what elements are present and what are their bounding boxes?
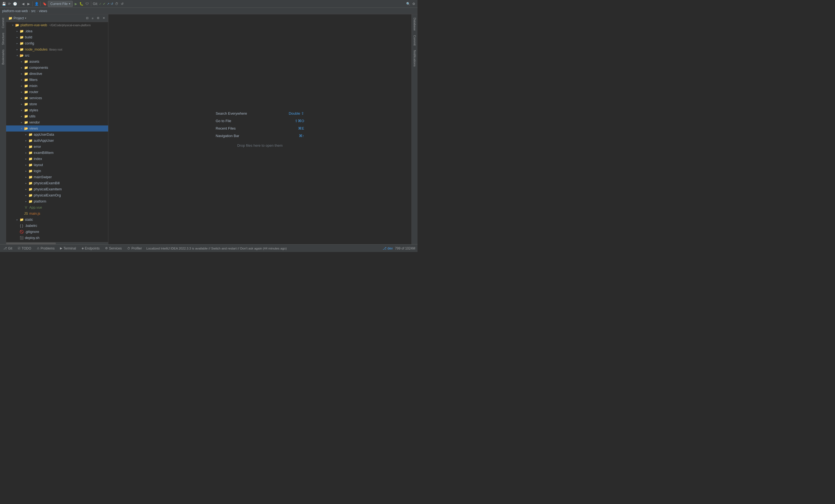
login-folder-icon: 📁 (28, 169, 33, 173)
left-tab-bookmarks[interactable]: Bookmarks (1, 47, 5, 67)
mainSwiper-folder-icon: 📁 (28, 175, 33, 179)
tree-static[interactable]: ▸ 📁 static (6, 217, 108, 223)
breadcrumb-src[interactable]: src (31, 9, 36, 13)
right-tab-commit[interactable]: Commit (412, 33, 417, 48)
icon-clock[interactable]: 🕐 (13, 2, 17, 6)
tree-login[interactable]: ▸ 📁 login (6, 168, 108, 174)
icon-history[interactable]: ⏱ (115, 2, 119, 6)
collapse-all-btn[interactable]: ⊟ (85, 16, 89, 20)
tree-physicalExamItem[interactable]: ▸ 📁 physicalExamItem (6, 186, 108, 192)
close-btn[interactable]: ✕ (101, 16, 106, 20)
tree-error[interactable]: ▸ 📁 error (6, 144, 108, 150)
status-tab-endpoints[interactable]: ◈ Endpoints (80, 246, 101, 251)
panel-header: 📁 Project ▾ ⊟ ≡ ⚙ ✕ (6, 14, 108, 22)
tree-services[interactable]: ▸ 📁 services (6, 95, 108, 101)
branch-label[interactable]: ⎇ dev (383, 247, 393, 250)
right-tab-notifications[interactable]: Notifications (412, 48, 417, 69)
assets-label: assets (29, 60, 39, 64)
tree-appUserData[interactable]: ▸ 📁 appUserData (6, 131, 108, 138)
tree-index[interactable]: ▸ 📁 index (6, 156, 108, 162)
search-everywhere-shortcut-text: Double ⇧ (289, 111, 304, 115)
shortcut-go-to-file: Go to File ⇧⌘O (216, 119, 304, 123)
icon-sync[interactable]: ⟳ (7, 2, 12, 6)
tree-platform[interactable]: ▸ 📁 platform (6, 198, 108, 205)
breadcrumb-project[interactable]: platform-vue-web (2, 9, 28, 13)
git-commit-icon: ✔ (103, 2, 106, 6)
settings-icon[interactable]: ⚙ (411, 2, 416, 6)
run-with-coverage[interactable]: 🛡 (85, 2, 89, 6)
gitignore-icon: 🚫 (19, 230, 24, 234)
tree-examBillItem[interactable]: ▸ 📁 examBillItem (6, 150, 108, 156)
settings-btn[interactable]: ⚙ (96, 16, 100, 20)
tree-root[interactable]: ▾ 📂 platform-vue-web ~/GitCode/physical-… (6, 22, 108, 28)
debug-button[interactable]: 🐛 (79, 2, 84, 6)
tree-node-modules[interactable]: ▸ 📁 node_modules library root (6, 46, 108, 52)
tree-mainSwiper[interactable]: ▸ 📁 mainSwiper (6, 174, 108, 180)
tree-build[interactable]: ▸ 📁 build (6, 34, 108, 40)
tree-directive[interactable]: ▸ 📁 directive (6, 71, 108, 77)
index-folder-icon: 📁 (28, 157, 33, 161)
tree-authAppUser[interactable]: ▸ 📁 authAppUser (6, 138, 108, 144)
tree-config[interactable]: ▸ 📁 config (6, 40, 108, 46)
panel-dropdown-arrow[interactable]: ▾ (25, 17, 26, 20)
tree-views[interactable]: ▾ 📂 views (6, 125, 108, 131)
tree-scrollbar[interactable] (6, 242, 108, 244)
icon-forward[interactable]: ▶ (26, 2, 31, 6)
left-tab-commit[interactable]: Commit (1, 16, 5, 30)
recent-files-shortcut-text: ⌘E (298, 126, 304, 130)
left-sidebar: Commit Structure Bookmarks (0, 14, 6, 244)
tree-main-js[interactable]: JS main.js (6, 211, 108, 217)
tree-idea[interactable]: ▸ 📁 .idea (6, 28, 108, 34)
position-label: 799 of 1024M (395, 247, 415, 250)
tree-deploy-sh[interactable]: ▸ ⬛ deploy.sh (6, 235, 108, 241)
terminal-tab-label: Terminal (63, 247, 76, 250)
build-folder-icon: 📁 (19, 35, 24, 40)
tree-router[interactable]: ▸ 📁 router (6, 89, 108, 95)
icon-revert[interactable]: ↺ (120, 2, 124, 6)
icon-save[interactable]: 💾 (2, 2, 6, 6)
problems-tab-label: Problems (41, 247, 55, 250)
tree-components[interactable]: ▸ 📁 components (6, 65, 108, 71)
tree-mixin[interactable]: ▸ 📁 mixin (6, 83, 108, 89)
tree-app-vue[interactable]: V App.vue (6, 205, 108, 211)
file-tree: ▾ 📂 platform-vue-web ~/GitCode/physical-… (6, 22, 108, 242)
tree-scrollbar-thumb (6, 243, 56, 244)
services-folder-icon: 📁 (24, 96, 28, 100)
run-config-dropdown[interactable]: Current File ▾ (48, 1, 73, 7)
separator-3 (40, 1, 41, 6)
icon-bookmark[interactable]: 🔖 (42, 2, 47, 6)
filter-btn[interactable]: ≡ (90, 16, 95, 20)
status-tab-terminal[interactable]: ▶ Terminal (59, 246, 77, 251)
views-label: views (29, 127, 38, 130)
left-tab-structure[interactable]: Structure (1, 30, 5, 47)
tree-vendor[interactable]: ▸ 📁 vendor (6, 119, 108, 125)
status-tab-profiler[interactable]: ⏱ Profiler (126, 246, 143, 251)
tree-layout[interactable]: ▸ 📁 layout (6, 162, 108, 168)
tree-src[interactable]: ▾ 📂 src (6, 52, 108, 59)
tree-filters[interactable]: ▸ 📁 filters (6, 77, 108, 83)
panel-actions: ⊟ ≡ ⚙ ✕ (85, 16, 106, 20)
tree-assets[interactable]: ▸ 📁 assets (6, 59, 108, 65)
error-folder-icon: 📁 (28, 145, 33, 149)
breadcrumb-views[interactable]: views (39, 9, 47, 13)
physicalExamItem-folder-icon: 📁 (28, 187, 33, 191)
toolbar-right: 🔍 ⚙ (406, 2, 416, 6)
tree-utils[interactable]: ▸ 📁 utils (6, 113, 108, 119)
tree-physicalExamOrg[interactable]: ▸ 📁 physicalExamOrg (6, 192, 108, 198)
tree-store[interactable]: ▸ 📁 store (6, 101, 108, 107)
icon-user[interactable]: 👤 (34, 2, 39, 6)
status-tab-todo[interactable]: ☑ TODO (17, 246, 32, 251)
deploy-sh-label: deploy.sh (25, 236, 40, 240)
tree-gitignore[interactable]: ▸ 🚫 .gitignore (6, 229, 108, 235)
run-button[interactable]: ▶ (74, 2, 78, 6)
status-tab-git[interactable]: ⎇ Git (2, 246, 13, 251)
search-icon[interactable]: 🔍 (406, 2, 410, 6)
tree-babelrc[interactable]: ▸ { } .babelrc (6, 223, 108, 229)
tree-styles[interactable]: ▸ 📁 styles (6, 107, 108, 113)
layout-label: layout (34, 163, 43, 167)
status-tab-services[interactable]: ⚙ Services (104, 246, 123, 251)
right-tab-database[interactable]: Database (412, 16, 417, 33)
tree-physicalExamBill[interactable]: ▸ 📁 physicalExamBill (6, 180, 108, 186)
status-tab-problems[interactable]: ⚠ Problems (36, 246, 56, 251)
icon-back[interactable]: ◀ (21, 2, 25, 6)
